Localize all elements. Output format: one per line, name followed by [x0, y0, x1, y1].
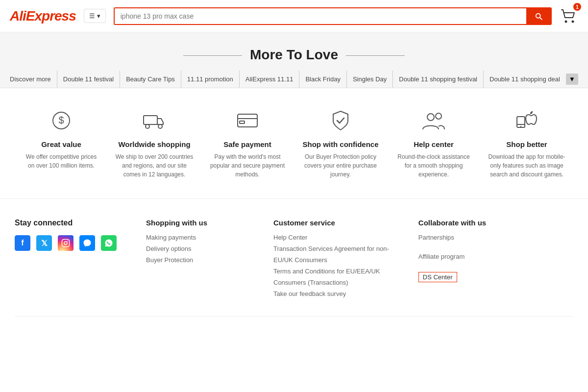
help-center-desc: Round-the-clock assistance for a smooth …: [394, 152, 473, 179]
customer-title: Customer service: [273, 219, 389, 227]
search-input[interactable]: [115, 8, 526, 24]
shop-better-title: Shop better: [506, 140, 547, 148]
header: AliExpress ☰ ▾ 1: [0, 0, 588, 32]
shop-confidence-icon: [328, 108, 353, 133]
svg-point-11: [436, 113, 441, 119]
facebook-icon[interactable]: f: [15, 235, 30, 251]
great-value-title: Great value: [41, 140, 81, 148]
footer-customer: Customer service Help CenterTransaction …: [273, 219, 389, 301]
nav-tab-item[interactable]: Singles Day: [347, 71, 393, 88]
more-to-love-section: More To Love Discover moreDouble 11 fest…: [0, 32, 588, 88]
cart-badge: 1: [573, 3, 581, 11]
cart-button[interactable]: 1: [560, 6, 578, 26]
worldwide-shopping-icon: [142, 108, 167, 133]
feature-shop-confidence: Shop with confidence Our Buyer Protectio…: [301, 108, 380, 179]
search-button[interactable]: [526, 8, 551, 24]
menu-arrow: ▾: [97, 12, 100, 20]
search-bar: [114, 7, 552, 25]
footer: Stay connected f 𝕏 Shopping with us Maki…: [0, 198, 588, 336]
great-value-icon: $: [49, 108, 74, 133]
svg-point-0: [565, 21, 567, 23]
help-center-title: Help center: [414, 140, 454, 148]
svg-rect-12: [517, 117, 525, 127]
feature-safe-payment: Safe payment Pay with the world's most p…: [208, 108, 287, 179]
customer-link[interactable]: Terms and Conditions for EU/EEA/UK: [273, 268, 389, 275]
nav-tab-item[interactable]: Double 11 festival: [57, 71, 120, 88]
nav-tabs-scroll: Discover moreDouble 11 festivalBeauty Ca…: [10, 71, 562, 88]
svg-point-5: [146, 124, 149, 128]
shop-confidence-title: Shop with confidence: [302, 140, 378, 148]
nav-arrow-button[interactable]: ▼: [566, 74, 578, 85]
feature-help-center: Help center Round-the-clock assistance f…: [394, 108, 473, 179]
shopping-title: Shopping with us: [146, 219, 244, 227]
worldwide-shopping-title: Worldwide shopping: [118, 140, 190, 148]
svg-rect-9: [240, 121, 245, 123]
messenger-icon[interactable]: [79, 235, 95, 251]
footer-top: Stay connected f 𝕏 Shopping with us Maki…: [15, 219, 573, 301]
menu-icon: ☰: [89, 12, 95, 20]
worldwide-shopping-desc: We ship to over 200 countries and region…: [115, 152, 194, 179]
aliexpress-logo[interactable]: AliExpress: [10, 8, 76, 24]
customer-link[interactable]: Consumers (Transactions): [273, 279, 389, 286]
footer-collaborate: Collaborate with us PartnershipsAffiliat…: [418, 219, 516, 301]
collaborate-title: Collaborate with us: [418, 219, 516, 227]
menu-button[interactable]: ☰ ▾: [84, 9, 106, 23]
help-center-icon: [421, 108, 446, 133]
footer-shopping: Shopping with us Making paymentsDelivery…: [146, 219, 244, 301]
shopping-link[interactable]: Making payments: [146, 234, 244, 241]
nav-tab-item[interactable]: Double 11 shopping deal: [484, 71, 562, 88]
feature-worldwide-shopping: Worldwide shopping We ship to over 200 c…: [115, 108, 194, 179]
collaborate-link[interactable]: DS Center: [418, 272, 457, 282]
instagram-icon[interactable]: [58, 235, 74, 251]
feature-shop-better: Shop better Download the app for mobile-…: [488, 108, 566, 179]
svg-point-16: [64, 242, 67, 245]
svg-point-6: [158, 124, 162, 128]
shop-better-icon: [514, 108, 539, 133]
footer-divider: [15, 316, 573, 317]
collaborate-link[interactable]: Affiliate program: [418, 253, 516, 260]
social-icons: f 𝕏: [15, 235, 117, 251]
svg-point-10: [427, 114, 434, 121]
great-value-desc: We offer competitive prices on over 100 …: [22, 152, 100, 170]
nav-tabs: Discover moreDouble 11 festivalBeauty Ca…: [0, 71, 588, 88]
svg-rect-15: [62, 240, 70, 247]
svg-rect-4: [144, 116, 157, 124]
stay-connected-title: Stay connected: [15, 219, 117, 227]
search-icon: [534, 12, 543, 21]
shopping-link[interactable]: Delivery options: [146, 245, 244, 252]
feature-great-value: $ Great value We offer competitive price…: [22, 108, 100, 170]
nav-tab-item[interactable]: 11.11 promotion: [181, 71, 240, 88]
shopping-link[interactable]: Buyer Protection: [146, 256, 244, 264]
svg-text:$: $: [58, 115, 64, 125]
nav-tab-item[interactable]: AliExpress 11.11: [240, 71, 300, 88]
nav-tab-item[interactable]: Double 11 shopping festival: [393, 71, 484, 88]
more-to-love-title: More To Love: [0, 42, 588, 71]
customer-link[interactable]: Take our feedback survey: [273, 290, 389, 297]
safe-payment-desc: Pay with the world's most popular and se…: [208, 152, 287, 179]
whatsapp-icon[interactable]: [101, 235, 117, 251]
nav-tab-item[interactable]: Beauty Care Tips: [120, 71, 181, 88]
shop-confidence-desc: Our Buyer Protection policy covers your …: [301, 152, 380, 179]
collaborate-link[interactable]: Partnerships: [418, 234, 516, 241]
features-section: $ Great value We offer competitive price…: [0, 88, 588, 198]
nav-tab-item[interactable]: Discover more: [10, 71, 57, 88]
nav-tab-item[interactable]: Black Friday: [299, 71, 347, 88]
safe-payment-icon: [235, 108, 260, 133]
twitter-icon[interactable]: 𝕏: [36, 235, 52, 251]
footer-social: Stay connected f 𝕏: [15, 219, 117, 301]
shop-better-desc: Download the app for mobile-only feature…: [488, 152, 566, 179]
customer-link[interactable]: EU/UK Consumers: [273, 256, 389, 264]
svg-point-17: [67, 241, 68, 242]
svg-point-1: [572, 21, 574, 23]
customer-link[interactable]: Transaction Services Agreement for non-: [273, 245, 389, 252]
customer-link[interactable]: Help Center: [273, 234, 389, 241]
safe-payment-title: Safe payment: [223, 140, 271, 148]
